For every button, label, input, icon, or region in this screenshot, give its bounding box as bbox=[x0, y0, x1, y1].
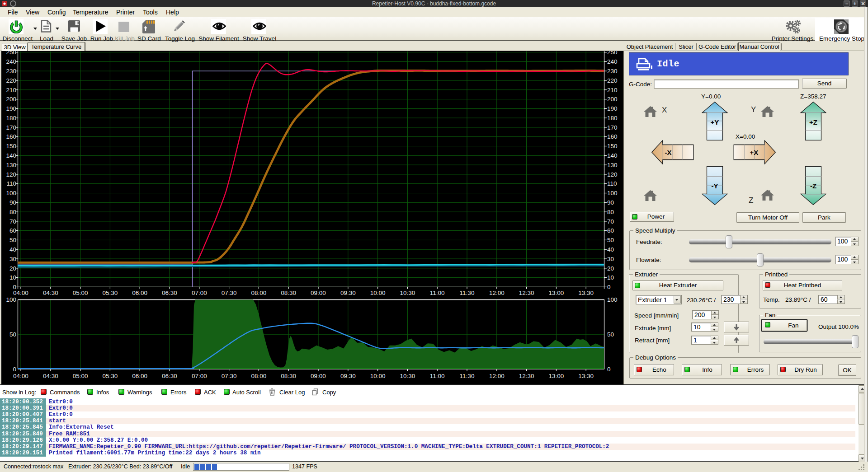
svg-text:160: 160 bbox=[6, 133, 16, 140]
svg-text:100: 100 bbox=[6, 190, 16, 196]
svg-text:11:30: 11:30 bbox=[460, 290, 475, 296]
svg-text:110: 110 bbox=[607, 180, 617, 187]
svg-text:240: 240 bbox=[607, 58, 618, 65]
svg-text:12:00: 12:00 bbox=[489, 373, 505, 379]
svg-text:250: 250 bbox=[6, 51, 16, 56]
svg-text:07:30: 07:30 bbox=[222, 373, 237, 379]
svg-text:13:30: 13:30 bbox=[578, 290, 594, 296]
svg-text:-X: -X bbox=[665, 149, 672, 156]
svg-text:08:00: 08:00 bbox=[251, 290, 267, 296]
svg-text:150: 150 bbox=[607, 143, 618, 150]
svg-text:190: 190 bbox=[6, 105, 16, 112]
svg-text:12:00: 12:00 bbox=[489, 290, 505, 296]
svg-text:+Y: +Y bbox=[711, 118, 719, 126]
svg-text:13:30: 13:30 bbox=[578, 373, 594, 379]
svg-text:230: 230 bbox=[607, 68, 618, 75]
svg-text:10:30: 10:30 bbox=[400, 373, 415, 379]
svg-text:10:00: 10:00 bbox=[370, 290, 386, 296]
svg-text:11:00: 11:00 bbox=[430, 373, 445, 379]
svg-text:07:30: 07:30 bbox=[222, 290, 237, 296]
svg-text:+Z: +Z bbox=[809, 118, 817, 126]
svg-text:11:30: 11:30 bbox=[460, 373, 475, 379]
svg-text:200: 200 bbox=[607, 96, 618, 103]
svg-text:10:30: 10:30 bbox=[400, 290, 415, 296]
svg-text:80: 80 bbox=[607, 209, 614, 215]
svg-text:110: 110 bbox=[6, 180, 16, 187]
svg-text:240: 240 bbox=[6, 58, 16, 65]
svg-text:06:30: 06:30 bbox=[162, 373, 177, 379]
svg-text:08:30: 08:30 bbox=[281, 373, 296, 379]
svg-text:04:00: 04:00 bbox=[13, 373, 28, 379]
svg-text:05:30: 05:30 bbox=[103, 290, 118, 296]
svg-text:11:00: 11:00 bbox=[430, 290, 445, 296]
svg-text:09:00: 09:00 bbox=[311, 373, 326, 379]
svg-text:06:30: 06:30 bbox=[162, 290, 177, 296]
svg-text:60: 60 bbox=[607, 227, 614, 234]
svg-text:20: 20 bbox=[9, 265, 16, 272]
svg-text:04:30: 04:30 bbox=[43, 373, 58, 379]
svg-text:06:00: 06:00 bbox=[132, 373, 147, 379]
svg-text:150: 150 bbox=[6, 143, 16, 150]
svg-text:90: 90 bbox=[607, 199, 614, 206]
svg-text:140: 140 bbox=[6, 152, 16, 159]
svg-text:07:00: 07:00 bbox=[192, 290, 207, 296]
svg-text:10:00: 10:00 bbox=[370, 373, 386, 379]
svg-text:05:00: 05:00 bbox=[73, 290, 88, 296]
svg-text:120: 120 bbox=[607, 171, 618, 178]
svg-text:09:30: 09:30 bbox=[340, 290, 356, 296]
svg-text:40: 40 bbox=[9, 246, 16, 253]
svg-text:230: 230 bbox=[6, 68, 16, 75]
svg-text:130: 130 bbox=[6, 162, 16, 168]
svg-text:210: 210 bbox=[607, 87, 618, 93]
svg-text:08:30: 08:30 bbox=[281, 290, 296, 296]
svg-text:200: 200 bbox=[6, 96, 16, 103]
svg-text:250: 250 bbox=[607, 51, 618, 56]
svg-text:0: 0 bbox=[607, 366, 611, 373]
svg-text:90: 90 bbox=[9, 199, 16, 206]
svg-text:07:00: 07:00 bbox=[192, 373, 207, 379]
svg-text:50: 50 bbox=[607, 331, 614, 338]
svg-text:-Z: -Z bbox=[810, 182, 816, 190]
svg-text:09:30: 09:30 bbox=[340, 373, 356, 379]
svg-text:10: 10 bbox=[607, 274, 614, 281]
svg-text:50: 50 bbox=[9, 237, 16, 243]
svg-text:-Y: -Y bbox=[712, 182, 718, 190]
svg-text:04:00: 04:00 bbox=[13, 290, 28, 296]
svg-text:13:00: 13:00 bbox=[549, 373, 564, 379]
svg-text:70: 70 bbox=[607, 218, 614, 225]
svg-text:0: 0 bbox=[607, 284, 611, 290]
svg-text:180: 180 bbox=[6, 115, 16, 122]
svg-text:160: 160 bbox=[607, 133, 618, 140]
svg-text:120: 120 bbox=[6, 171, 16, 178]
svg-text:06:00: 06:00 bbox=[132, 290, 147, 296]
svg-text:170: 170 bbox=[607, 124, 618, 131]
svg-text:+X: +X bbox=[750, 149, 759, 156]
svg-text:80: 80 bbox=[9, 209, 16, 215]
svg-text:30: 30 bbox=[607, 256, 614, 262]
svg-text:220: 220 bbox=[607, 77, 618, 84]
svg-text:10: 10 bbox=[9, 274, 16, 281]
svg-text:13:00: 13:00 bbox=[549, 290, 564, 296]
svg-text:05:30: 05:30 bbox=[103, 373, 118, 379]
svg-text:60: 60 bbox=[9, 227, 16, 234]
svg-text:12:30: 12:30 bbox=[519, 373, 534, 379]
svg-text:70: 70 bbox=[9, 218, 16, 225]
svg-text:170: 170 bbox=[6, 124, 16, 131]
svg-text:08:00: 08:00 bbox=[251, 373, 267, 379]
svg-text:130: 130 bbox=[607, 162, 618, 168]
svg-text:100: 100 bbox=[607, 190, 618, 196]
svg-text:210: 210 bbox=[6, 87, 16, 93]
svg-text:220: 220 bbox=[6, 77, 16, 84]
svg-text:40: 40 bbox=[607, 246, 614, 253]
svg-text:20: 20 bbox=[607, 265, 614, 272]
svg-text:100: 100 bbox=[607, 296, 618, 303]
svg-text:30: 30 bbox=[9, 256, 16, 262]
svg-text:12:30: 12:30 bbox=[519, 290, 534, 296]
svg-text:04:30: 04:30 bbox=[43, 290, 58, 296]
svg-text:100: 100 bbox=[6, 296, 16, 303]
svg-text:50: 50 bbox=[9, 331, 16, 338]
svg-text:0: 0 bbox=[13, 366, 16, 373]
svg-text:09:00: 09:00 bbox=[311, 290, 326, 296]
svg-text:180: 180 bbox=[607, 115, 618, 122]
svg-text:190: 190 bbox=[607, 105, 618, 112]
